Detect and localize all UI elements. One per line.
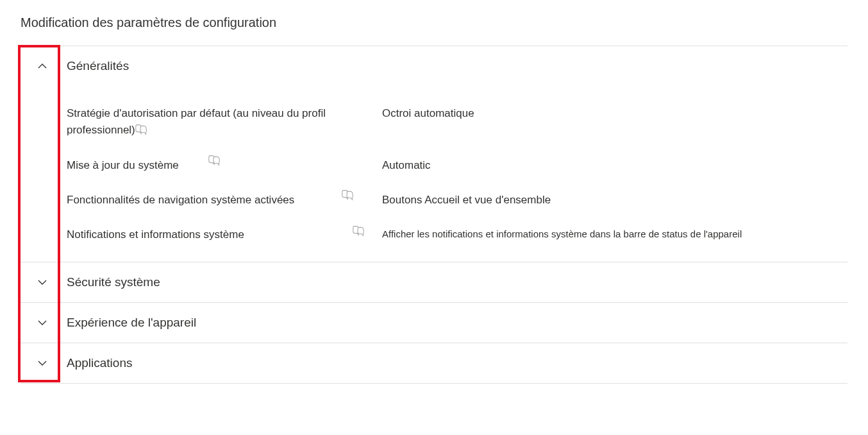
page-title: Modification des paramètres de configura… [21,15,847,30]
section-general: Généralités Stratégie d'autorisation par… [21,46,847,262]
section-header-security[interactable]: Sécurité système [21,262,847,302]
setting-value: Octroi automatique [382,105,847,122]
section-title-security: Sécurité système [67,275,160,289]
setting-value: Afficher les notifications et informatio… [382,226,847,241]
setting-label: Stratégie d'autorisation par défaut (au … [67,107,326,136]
copilot-icon [208,153,222,166]
setting-label: Mise à jour du système [67,159,179,171]
chevron-down-icon [36,316,49,329]
section-security: Sécurité système [21,262,847,303]
accordion: Généralités Stratégie d'autorisation par… [21,46,847,384]
setting-row: Fonctionnalités de navigation système ac… [67,185,847,220]
copilot-icon [135,123,149,135]
section-title-experience: Expérience de l'appareil [67,316,196,330]
section-title-applications: Applications [67,356,132,370]
setting-row: Stratégie d'autorisation par défaut (au … [67,99,847,151]
section-title-general: Généralités [67,59,129,73]
setting-value: Automatic [382,157,847,174]
setting-row: Notifications et informations système Af… [67,220,847,255]
copilot-icon [341,188,355,201]
section-experience: Expérience de l'appareil [21,303,847,343]
setting-label: Notifications et informations système [67,228,244,241]
chevron-down-icon [36,276,49,289]
copilot-icon [352,224,366,237]
section-header-experience[interactable]: Expérience de l'appareil [21,303,847,343]
chevron-up-icon [36,60,49,72]
setting-label: Fonctionnalités de navigation système ac… [67,194,294,206]
section-applications: Applications [21,343,847,384]
section-header-general[interactable]: Généralités [21,46,847,86]
chevron-down-icon [36,357,49,370]
setting-value: Boutons Accueil et vue d'ensemble [382,192,847,209]
setting-row: Mise à jour du système Automatic [67,151,847,185]
section-header-applications[interactable]: Applications [21,343,847,383]
section-body-general: Stratégie d'autorisation par défaut (au … [21,86,847,262]
